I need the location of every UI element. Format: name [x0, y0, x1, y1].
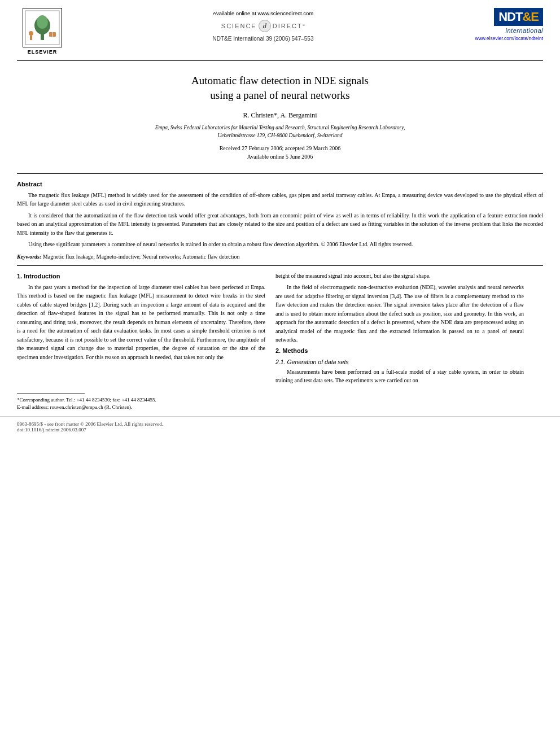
elsevier-brand-text: ELSEVIER [28, 49, 58, 55]
keywords-label: Keywords: [17, 254, 41, 260]
keywords-text: Magnetic flux leakage; Magneto-inductive… [43, 254, 240, 260]
article-title: Automatic flaw detection in NDE signals … [45, 73, 515, 102]
abstract-p2: It is considered that the automatization… [17, 211, 543, 238]
affiliation: Empa, Swiss Federal Laboratories for Mat… [45, 124, 515, 139]
body-top-divider [17, 265, 543, 266]
sd-star: * [303, 23, 305, 29]
svg-point-3 [37, 15, 48, 29]
ndt-logo: NDT&E international www.elsevier.com/loc… [458, 8, 543, 41]
abstract-p1: The magnetic flux leakage (MFL) method i… [17, 191, 543, 208]
col-right: height of the measured signal into accou… [275, 272, 524, 388]
ndt-url: www.elsevier.com/locate/ndteint [475, 36, 543, 41]
right-p2: In the field of electromagnetic non-dest… [275, 283, 524, 344]
footer-line2: doi:10.1016/j.ndteint.2006.03.007 [17, 427, 543, 433]
sciencedirect-logo: SCIENCE d DIRECT * [68, 20, 458, 32]
title-section: Automatic flaw detection in NDE signals … [0, 61, 560, 167]
footnote-corresponding: *Corresponding author. Tel.: +41 44 8234… [17, 396, 543, 404]
footnote: *Corresponding author. Tel.: +41 44 8234… [0, 396, 560, 412]
footnote-divider [17, 394, 85, 394]
intro-title: 1. Introduction [17, 273, 265, 279]
elsevier-logo-box [23, 8, 62, 47]
authors: R. Christen*, A. Bergamini [45, 111, 515, 120]
footer-line1: 0963-8695/$ - see front matter © 2006 El… [17, 421, 543, 427]
abstract-section: Abstract The magnetic flux leakage (MFL)… [0, 181, 560, 260]
header: ELSEVIER Available online at www.science… [0, 0, 560, 55]
section2-p1: Measurements have been performed on a fu… [275, 368, 524, 385]
svg-point-4 [29, 31, 33, 36]
section2-text: Measurements have been performed on a fu… [275, 368, 524, 385]
svg-rect-5 [30, 36, 32, 40]
journal-info: NDT&E International 39 (2006) 547–553 [68, 36, 458, 42]
available-online-text: Available online at www.sciencedirect.co… [68, 10, 458, 16]
abstract-top-divider [17, 173, 543, 174]
ndt-logo-box: NDT&E [494, 8, 543, 26]
subsection21-title: 2.1. Generation of data sets [275, 359, 524, 365]
sd-science: SCIENCE [221, 23, 257, 29]
ndt-e: E [531, 10, 539, 24]
body-columns: 1. Introduction In the past years a meth… [0, 272, 560, 388]
abstract-text: The magnetic flux leakage (MFL) method i… [17, 191, 543, 249]
abstract-title: Abstract [17, 181, 543, 187]
dates: Received 27 February 2006; accepted 29 M… [45, 144, 515, 161]
ndt-text: NDT [498, 10, 522, 24]
right-col-text: height of the measured signal into accou… [275, 272, 524, 344]
ndt-amp: & [522, 10, 531, 24]
sd-icon: d [259, 20, 271, 32]
header-center: Available online at www.sciencedirect.co… [68, 8, 458, 42]
page-footer: 0963-8695/$ - see front matter © 2006 El… [0, 416, 560, 433]
intro-text: In the past years a method for the inspe… [17, 283, 265, 362]
right-p1: height of the measured signal into accou… [275, 272, 524, 281]
intro-p1: In the past years a method for the inspe… [17, 283, 265, 362]
col-left: 1. Introduction In the past years a meth… [17, 272, 265, 388]
footnote-email: E-mail address: rouven.christen@empa.ch … [17, 404, 543, 412]
section2-title: 2. Methods [275, 347, 524, 354]
keywords-line: Keywords: Magnetic flux leakage; Magneto… [17, 254, 543, 260]
sd-direct: DIRECT [273, 23, 303, 29]
elsevier-logo: ELSEVIER [17, 8, 68, 55]
ndt-international-text: international [506, 27, 543, 34]
page: ELSEVIER Available online at www.science… [0, 0, 560, 747]
abstract-p3: Using these significant parameters a com… [17, 240, 543, 249]
